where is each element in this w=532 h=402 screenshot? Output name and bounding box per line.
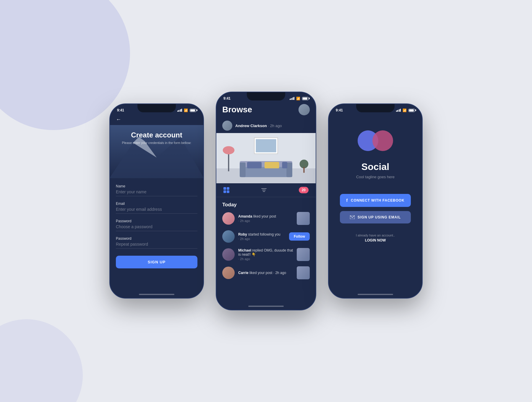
svg-rect-14 (282, 162, 287, 168)
back-arrow-button[interactable]: ← (110, 114, 203, 125)
activity-michael: Michael replied OMG, duuude that is neat… (222, 248, 310, 261)
activity-carrie: Carrie liked your post · 2h ago (222, 266, 310, 279)
activity-section: Today Amanda liked your post · 2h ago (216, 197, 316, 279)
michael-thumb (297, 248, 310, 261)
filter-tab[interactable] (261, 188, 267, 192)
form-section: Name Enter your name Email Enter your em… (110, 178, 203, 271)
email-signup-button[interactable]: SIGN UP USING EMAIL (340, 211, 411, 223)
wifi-icon-right: 📶 (403, 108, 407, 112)
room-svg (216, 133, 316, 183)
grid-tab[interactable] (223, 187, 229, 193)
create-account-subtitle: Please enter your credentials in the for… (110, 141, 203, 145)
svg-point-16 (223, 146, 235, 154)
login-text: I already have an account.. (356, 234, 395, 237)
notification-badge[interactable]: 20 (299, 187, 309, 193)
repeat-password-field: Password Repeat password (116, 236, 197, 249)
home-indicator-left (139, 294, 174, 295)
svg-rect-13 (265, 162, 279, 168)
svg-rect-12 (247, 162, 262, 168)
signal-icon-left (177, 109, 182, 112)
activity-amanda: Amanda liked your post · 2h ago (222, 212, 310, 225)
email-field: Email Enter your email address (116, 202, 197, 214)
amanda-message: Amanda liked your post (238, 214, 293, 218)
header-avatar-img (299, 104, 310, 115)
phone-left: 9:41 📶 ← (109, 103, 204, 299)
status-icons-right: 📶 (396, 108, 415, 112)
wifi-icon-left: 📶 (184, 108, 188, 112)
battery-icon-right (408, 109, 415, 112)
header-avatar[interactable] (299, 104, 310, 115)
carrie-text: Carrie liked your post · 2h ago (238, 271, 293, 275)
post-author-row: Andrew Clarkson · 2h ago (216, 118, 316, 133)
title-overlay: Create account Please enter your credent… (110, 125, 203, 145)
carrie-avatar (222, 267, 235, 279)
name-input[interactable]: Enter your name (116, 189, 197, 196)
amanda-time: · 2h ago (238, 219, 293, 223)
time-right: 9:41 (336, 108, 343, 112)
amanda-thumb (297, 212, 310, 225)
author-info: Andrew Clarkson · 2h ago (235, 124, 282, 128)
password-input[interactable]: Choose a password (116, 224, 197, 231)
facebook-button-label: CONNECT WITH FACEBOOK (351, 198, 404, 202)
roby-avatar (222, 230, 235, 243)
follow-button[interactable]: Follow (289, 232, 310, 241)
email-input[interactable]: Enter your email address (116, 207, 197, 214)
roby-message: Roby started following you (238, 232, 286, 236)
svg-rect-18 (303, 167, 304, 173)
status-icons-center: 📶 (290, 97, 309, 100)
name-field: Name Enter your name (116, 184, 197, 196)
phone-center-content: Browse Andrew Clarkson · 2h ago (216, 102, 316, 305)
phone-right-content: Social Cool tagline goes here f CONNECT … (329, 114, 422, 293)
author-name: Andrew Clarkson · 2h ago (235, 124, 282, 128)
social-title: Social (361, 161, 389, 172)
michael-text: Michael replied OMG, duuude that is neat… (238, 248, 293, 261)
michael-message: Michael replied OMG, duuude that is neat… (238, 248, 293, 257)
login-section: I already have an account.. LOGIN NOW (356, 234, 395, 242)
signup-button[interactable]: SIGN UP (116, 256, 197, 268)
home-indicator-right (358, 294, 393, 295)
status-icons-left: 📶 (177, 108, 197, 112)
phone-right: 9:41 📶 Social Cool tagline goes here (328, 103, 423, 299)
create-account-hero: Create account Please enter your credent… (110, 125, 203, 178)
amanda-text: Amanda liked your post · 2h ago (238, 214, 293, 223)
phone-center: 9:41 📶 Browse (216, 92, 316, 310)
bg-circle-bottom (0, 319, 83, 402)
roby-text: Roby started following you · 2h ago (238, 232, 286, 241)
time-center: 9:41 (223, 96, 231, 100)
amanda-avatar (222, 212, 235, 225)
browse-title: Browse (222, 105, 252, 114)
andrew-avatar (222, 121, 232, 131)
browse-header: Browse (216, 102, 316, 118)
battery-icon-center (302, 97, 309, 100)
wifi-icon-center: 📶 (296, 97, 300, 100)
venn-diagram (358, 129, 393, 153)
login-now-link[interactable]: LOGIN NOW (356, 238, 395, 242)
roby-time: · 2h ago (238, 237, 286, 241)
email-label: Email (116, 202, 197, 206)
email-button-label: SIGN UP USING EMAIL (358, 215, 401, 219)
notch-left (137, 104, 176, 112)
email-icon (350, 215, 355, 219)
create-account-title: Create account (110, 131, 203, 139)
michael-avatar (222, 248, 235, 261)
name-label: Name (116, 184, 197, 188)
facebook-connect-button[interactable]: f CONNECT WITH FACEBOOK (340, 194, 411, 207)
today-title: Today (222, 202, 310, 208)
home-indicator-center (248, 306, 284, 307)
post-image (216, 133, 316, 183)
signal-icon-right (396, 109, 401, 112)
michael-time: · 2h ago (238, 257, 293, 261)
carrie-thumb (297, 266, 310, 279)
facebook-icon: f (346, 198, 348, 203)
battery-icon-left (190, 109, 196, 112)
phone-left-content: ← (110, 114, 203, 293)
password-field: Password Choose a password (116, 219, 197, 231)
signal-icon-center (290, 97, 295, 100)
password-label: Password (116, 219, 197, 223)
repeat-input[interactable]: Repeat password (116, 242, 197, 249)
svg-rect-7 (256, 139, 276, 152)
venn-circle-red (372, 130, 393, 151)
phones-container: 9:41 📶 ← (109, 92, 423, 310)
browse-tabs: 20 (216, 183, 316, 197)
carrie-message: Carrie liked your post · 2h ago (238, 271, 293, 275)
